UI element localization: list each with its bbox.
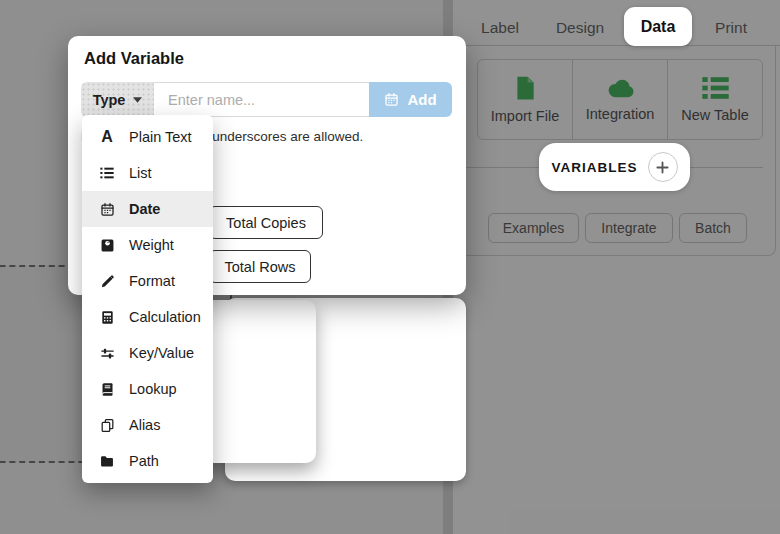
scale-icon: [98, 238, 116, 253]
folder-icon: [98, 454, 116, 469]
dropdown-item-label: Path: [129, 453, 159, 469]
caret-down-icon: [133, 97, 142, 103]
add-variable-button[interactable]: [648, 152, 678, 182]
dropdown-item-date[interactable]: Date: [82, 191, 213, 227]
add-button[interactable]: Add: [369, 82, 452, 117]
list-icon: [98, 165, 116, 181]
dropdown-item-label: Plain Text: [129, 129, 192, 145]
variable-name-input[interactable]: [154, 82, 369, 117]
dropdown-item-lookup[interactable]: Lookup: [82, 371, 213, 407]
variables-header: VARIABLES: [539, 143, 690, 191]
text-icon: A: [98, 129, 116, 145]
dropdown-item-label: Calculation: [129, 309, 201, 325]
add-button-label: Add: [407, 91, 436, 108]
type-dropdown-button[interactable]: Type: [81, 82, 154, 117]
modal-title: Add Variable: [84, 49, 184, 68]
book-icon: [98, 382, 116, 397]
dropdown-item-list[interactable]: List: [82, 155, 213, 191]
dropdown-item-label: Weight: [129, 237, 174, 253]
copy-icon: [98, 418, 116, 433]
dropdown-item-plain-text[interactable]: A Plain Text: [82, 119, 213, 155]
dropdown-item-format[interactable]: Format: [82, 263, 213, 299]
dropdown-item-label: List: [129, 165, 152, 181]
calendar-icon: [384, 92, 399, 107]
dropdown-item-label: Format: [129, 273, 175, 289]
dropdown-item-calculation[interactable]: Calculation: [82, 299, 213, 335]
type-button-label: Type: [93, 92, 126, 108]
calendar-icon: [98, 202, 116, 217]
variables-title: VARIABLES: [551, 160, 637, 175]
add-variable-form: Type Add: [81, 82, 452, 117]
type-dropdown-menu: A Plain Text List Date Weight Form: [82, 115, 213, 483]
dropdown-item-path[interactable]: Path: [82, 443, 213, 479]
dropdown-item-label: Key/Value: [129, 345, 194, 361]
dropdown-item-label: Date: [129, 201, 160, 217]
dropdown-item-key-value[interactable]: Key/Value: [82, 335, 213, 371]
dropdown-item-label: Lookup: [129, 381, 177, 397]
plus-icon: [656, 161, 669, 174]
tab-data[interactable]: Data: [624, 7, 692, 46]
pencil-icon: [98, 274, 116, 289]
calculator-icon: [98, 310, 116, 325]
total-rows-button[interactable]: Total Rows: [209, 250, 311, 283]
total-copies-button[interactable]: Total Copies: [209, 206, 323, 239]
dropdown-item-label: Alias: [129, 417, 160, 433]
sliders-icon: [98, 346, 116, 361]
app-window: Label Design Print Import File Integrati…: [0, 0, 780, 534]
dropdown-item-alias[interactable]: Alias: [82, 407, 213, 443]
dropdown-item-weight[interactable]: Weight: [82, 227, 213, 263]
